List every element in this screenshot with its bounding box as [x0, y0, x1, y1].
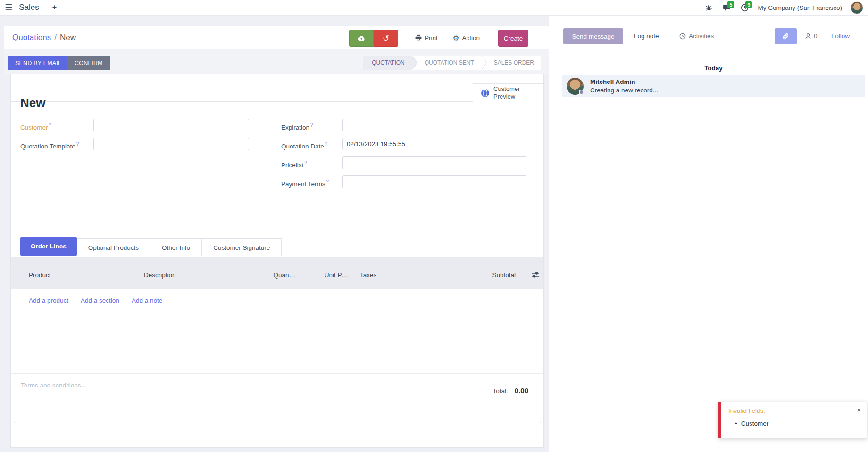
divider [726, 26, 726, 46]
expiration-label: Expiration? [281, 119, 342, 131]
close-icon[interactable]: × [857, 406, 861, 414]
breadcrumb-separator: / [54, 33, 57, 42]
order-lines-header: Product Description Quan… Unit P… Taxes … [11, 257, 543, 289]
followers-button[interactable]: 0 [805, 26, 818, 46]
customer-preview-label: Customer Preview [493, 85, 526, 100]
app-menu-sales[interactable]: Sales [19, 3, 39, 12]
column-quantity[interactable]: Quan… [256, 271, 295, 279]
navbar-right: 5 9 My Company (San Francisco) [704, 0, 868, 16]
confirm-button[interactable]: CONFIRM [67, 56, 110, 70]
expiration-input[interactable] [342, 119, 526, 131]
message-body: Creating a new record... [590, 87, 658, 94]
statusbar-steps: QUOTATION QUOTATION SENT SALES ORDER [363, 56, 541, 70]
print-menu-button[interactable]: Print [415, 26, 438, 49]
follower-count: 0 [814, 33, 818, 40]
pricelist-input[interactable] [342, 156, 526, 169]
undo-icon: ↺ [383, 33, 389, 43]
activities-count-badge: 9 [745, 1, 752, 8]
send-message-button[interactable]: Send message [563, 28, 623, 44]
invalid-fields-toast: Invalid fields: × Customer [718, 402, 867, 438]
cloud-upload-icon [358, 35, 365, 41]
debug-bug-icon[interactable] [704, 3, 713, 13]
column-taxes[interactable]: Taxes [360, 271, 376, 279]
customer-label: Customer? [20, 119, 91, 131]
globe-icon [481, 89, 490, 98]
total-label: Total: [493, 387, 508, 394]
quotation-date-input[interactable] [342, 138, 526, 150]
tab-other-info[interactable]: Other Info [150, 238, 202, 256]
print-label: Print [425, 34, 438, 41]
follow-button[interactable]: Follow [831, 26, 850, 46]
column-product[interactable]: Product [29, 271, 51, 279]
empty-table-row [11, 331, 543, 353]
step-sales-order[interactable]: SALES ORDER [482, 56, 541, 70]
control-panel: Quotations / New ↺ Print ⚙ Action Create [4, 26, 549, 49]
quotation-template-label: Quotation Template? [20, 138, 91, 150]
add-a-note-link[interactable]: Add a note [132, 297, 162, 304]
toast-title: Invalid fields: [728, 407, 765, 414]
breadcrumb: Quotations / New [12, 26, 76, 49]
clock-icon [679, 33, 686, 40]
save-button[interactable] [349, 30, 374, 47]
date-divider: Today [562, 65, 865, 72]
quotation-date-label: Quotation Date? [281, 138, 342, 150]
author-status-dot [579, 90, 584, 95]
terms-and-conditions-input[interactable] [21, 382, 266, 419]
log-note-button[interactable]: Log note [634, 26, 659, 46]
column-description[interactable]: Description [144, 271, 176, 279]
subtotal-footer: Total: 0.00 [471, 382, 541, 394]
breadcrumb-quotations[interactable]: Quotations [12, 33, 51, 42]
action-label: Action [462, 34, 480, 41]
help-icon: ? [325, 141, 328, 147]
new-tab-button[interactable]: + [52, 3, 57, 12]
activities-menu-icon[interactable]: 9 [740, 3, 749, 13]
payment-terms-label: Payment Terms? [281, 175, 342, 188]
help-icon: ? [49, 123, 52, 128]
user-avatar[interactable] [851, 1, 863, 14]
pricelist-label: Pricelist? [281, 156, 342, 169]
customer-input[interactable] [93, 119, 249, 131]
person-icon [805, 33, 811, 40]
chatter-panel: Send message Log note Activities 0 [549, 16, 868, 452]
tab-order-lines[interactable]: Order Lines [20, 237, 77, 256]
odoo-app: ☰ Sales + 5 9 My Company (San Francisco)… [0, 0, 868, 452]
help-icon: ? [326, 179, 329, 184]
divider-line [562, 68, 699, 68]
menu-toggle-icon[interactable]: ☰ [5, 3, 12, 12]
messages-menu-icon[interactable]: 5 [722, 3, 731, 13]
activities-label: Activities [689, 33, 714, 40]
printer-icon [415, 34, 422, 41]
add-line-row: Add a product Add a section Add a note [11, 289, 543, 312]
message-author[interactable]: Mitchell Admin [590, 78, 635, 85]
form-sheet: Customer Preview New Customer? Quotation… [10, 74, 544, 448]
customer-preview-button[interactable]: Customer Preview [473, 83, 543, 102]
action-menu-button[interactable]: ⚙ Action [453, 26, 480, 49]
gear-icon: ⚙ [453, 34, 459, 41]
schedule-activity-button[interactable]: Activities [679, 26, 714, 46]
payment-terms-input[interactable] [342, 175, 526, 188]
tab-optional-products[interactable]: Optional Products [76, 238, 150, 256]
chatter-topbar: Send message Log note Activities 0 [549, 26, 868, 46]
total-value: 0.00 [515, 386, 528, 394]
invalid-field-item: Customer [735, 420, 768, 427]
discard-button[interactable]: ↺ [374, 30, 398, 47]
order-footer: Total: 0.00 [14, 378, 541, 423]
column-subtotal[interactable]: Subtotal [473, 271, 516, 279]
attach-files-button[interactable] [775, 28, 797, 44]
add-a-section-link[interactable]: Add a section [81, 297, 119, 304]
step-quotation-sent[interactable]: QUOTATION SENT [412, 56, 482, 70]
add-a-product-link[interactable]: Add a product [29, 297, 68, 304]
empty-table-row [11, 353, 543, 374]
send-by-email-button[interactable]: SEND BY EMAIL [8, 56, 69, 70]
quotation-template-input[interactable] [93, 138, 249, 150]
breadcrumb-current: New [60, 33, 76, 42]
optional-columns-icon[interactable] [531, 271, 541, 280]
record-title: New [20, 96, 45, 110]
create-button[interactable]: Create [498, 30, 528, 47]
divider-line [728, 68, 865, 68]
company-switcher[interactable]: My Company (San Francisco) [758, 4, 842, 11]
tab-customer-signature[interactable]: Customer Signature [201, 238, 282, 256]
step-quotation[interactable]: QUOTATION [363, 56, 412, 70]
column-unit-price[interactable]: Unit P… [317, 271, 348, 279]
divider [671, 26, 671, 46]
